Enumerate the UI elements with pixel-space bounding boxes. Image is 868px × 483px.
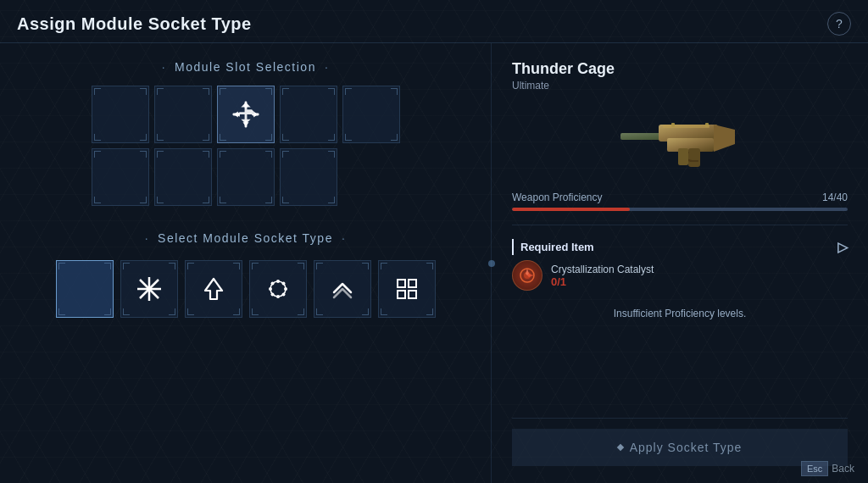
proficiency-bar — [512, 208, 848, 211]
dots-socket-icon — [263, 274, 293, 304]
socket-type-chevron[interactable] — [314, 260, 371, 318]
star-socket-icon — [134, 274, 164, 304]
slot-cell-0[interactable] — [92, 86, 149, 143]
item-name: Crystallization Catalyst — [551, 264, 654, 275]
insufficient-text: Insufficient Proficiency levels. — [512, 308, 848, 319]
required-item-label: Required Item ▷ — [512, 239, 848, 255]
footer: Esc Back — [801, 461, 854, 476]
svg-point-8 — [276, 295, 280, 298]
catalyst-icon — [518, 266, 537, 285]
slot-cell-2[interactable] — [217, 86, 275, 143]
svg-rect-23 — [688, 148, 700, 167]
socket-type-grid[interactable] — [378, 260, 436, 318]
svg-point-11 — [270, 282, 274, 286]
item-row: Crystallization Catalyst 0/1 — [512, 260, 848, 291]
right-panel: Thunder Cage Ultimate — [492, 43, 868, 483]
main-content: Module Slot Selection — [0, 43, 868, 483]
left-panel: Module Slot Selection — [0, 43, 492, 483]
chevron-socket-icon — [327, 274, 358, 304]
socket-type-empty[interactable] — [56, 260, 114, 318]
esc-badge: Esc — [801, 461, 828, 476]
slot-cell-7[interactable] — [217, 148, 275, 206]
svg-point-10 — [284, 287, 287, 291]
svg-point-7 — [276, 280, 280, 283]
slot-cell-8[interactable] — [280, 148, 337, 206]
weapon-image — [612, 106, 748, 174]
svg-point-9 — [269, 287, 272, 291]
proficiency-fill — [512, 208, 630, 211]
module-slot-grid — [25, 86, 465, 206]
cursor-icon: ▷ — [837, 239, 848, 255]
svg-rect-17 — [398, 291, 405, 298]
divider-1 — [512, 225, 848, 225]
svg-rect-24 — [678, 148, 688, 165]
page-title: Assign Module Socket Type — [17, 14, 252, 34]
item-info: Crystallization Catalyst 0/1 — [551, 264, 654, 288]
item-count: 0/1 — [551, 275, 654, 288]
slot-cell-6[interactable] — [154, 148, 212, 206]
proficiency-section: Weapon Proficiency 14/40 — [512, 192, 848, 211]
svg-rect-18 — [409, 291, 416, 298]
slot-cell-4[interactable] — [342, 86, 400, 143]
svg-point-4 — [147, 286, 152, 291]
move-icon — [231, 100, 260, 129]
module-slot-section: Module Slot Selection — [25, 60, 465, 206]
weapon-image-area — [512, 102, 848, 178]
weapon-name: Thunder Cage — [512, 60, 848, 78]
slot-cell-5[interactable] — [92, 148, 149, 206]
proficiency-label: Weapon Proficiency — [512, 192, 603, 203]
apply-button-area: Apply Socket Type — [512, 418, 848, 466]
socket-type-section: Select Module Socket Type — [25, 231, 465, 318]
svg-rect-15 — [398, 280, 405, 287]
socket-type-dots[interactable] — [249, 260, 307, 318]
back-label: Back — [832, 463, 854, 475]
screen: Assign Module Socket Type ? Module Slot … — [0, 0, 868, 483]
socket-type-row — [25, 260, 465, 318]
svg-point-12 — [281, 282, 285, 286]
svg-rect-16 — [409, 280, 416, 287]
weapon-header: Thunder Cage Ultimate — [512, 60, 848, 92]
svg-point-13 — [270, 293, 274, 297]
svg-marker-5 — [205, 279, 222, 299]
socket-type-star[interactable] — [120, 260, 178, 318]
apply-socket-button[interactable]: Apply Socket Type — [512, 429, 848, 466]
header: Assign Module Socket Type ? — [0, 0, 868, 43]
required-item-section: Required Item ▷ Crystallization Catalyst — [512, 239, 848, 291]
item-icon — [512, 260, 542, 291]
grid-socket-icon — [392, 274, 422, 304]
help-button[interactable]: ? — [827, 12, 851, 36]
svg-point-14 — [281, 293, 285, 297]
arrow-socket-icon — [198, 274, 229, 304]
svg-rect-27 — [663, 125, 709, 128]
socket-type-title: Select Module Socket Type — [25, 231, 465, 245]
svg-marker-22 — [714, 125, 735, 152]
socket-type-arrow[interactable] — [185, 260, 242, 318]
proficiency-value: 14/40 — [822, 192, 848, 203]
module-slot-title: Module Slot Selection — [25, 60, 465, 74]
slot-cell-1[interactable] — [154, 86, 212, 143]
weapon-type: Ultimate — [512, 80, 848, 92]
slot-cell-3[interactable] — [280, 86, 337, 143]
